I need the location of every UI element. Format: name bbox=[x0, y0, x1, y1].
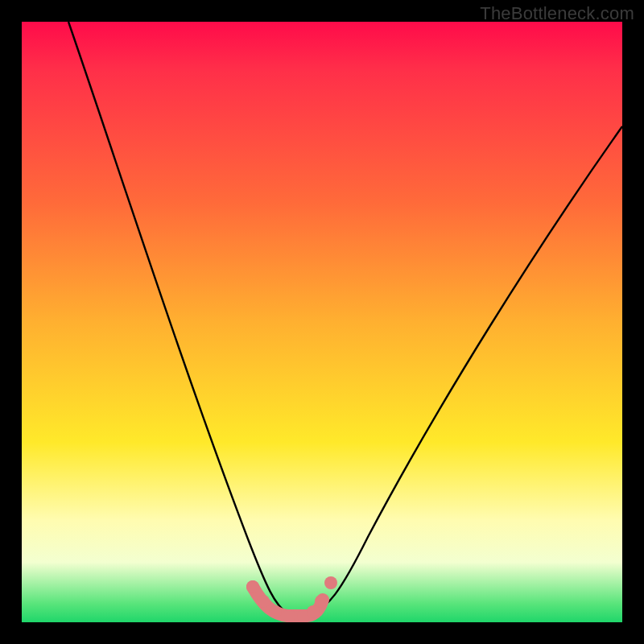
bottleneck-curve bbox=[68, 22, 622, 613]
bottleneck-curve-svg bbox=[22, 22, 622, 622]
svg-point-0 bbox=[246, 580, 259, 593]
marker-dots bbox=[246, 576, 337, 622]
svg-point-1 bbox=[257, 595, 270, 608]
svg-point-2 bbox=[269, 605, 282, 618]
svg-point-6 bbox=[315, 595, 328, 608]
svg-point-5 bbox=[307, 605, 320, 618]
svg-point-3 bbox=[283, 609, 295, 622]
svg-point-7 bbox=[324, 576, 337, 589]
watermark-text: TheBottleneck.com bbox=[480, 3, 634, 24]
chart-frame: TheBottleneck.com bbox=[0, 0, 644, 644]
